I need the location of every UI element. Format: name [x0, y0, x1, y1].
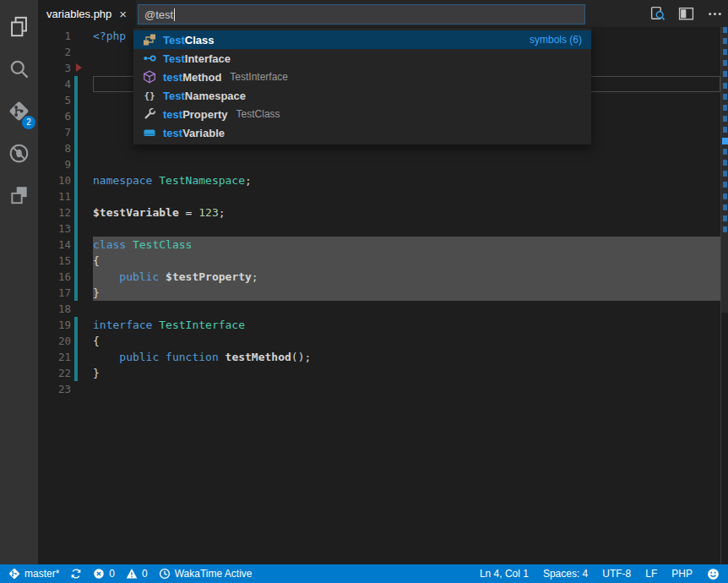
status-item-label: 0	[142, 568, 148, 580]
line-number[interactable]: 13	[38, 221, 71, 237]
code-line-content[interactable]	[93, 381, 720, 397]
scm-count-badge: 2	[22, 116, 35, 129]
git-added-gutter-bar	[74, 204, 78, 221]
symbol-result-TestNamespace[interactable]: {} TestNamespace	[133, 86, 591, 105]
code-line-content[interactable]	[93, 301, 720, 317]
results-count-badge: symbols (6)	[530, 34, 582, 46]
status-item-sync[interactable]	[70, 568, 82, 580]
line-number[interactable]: 18	[38, 301, 71, 317]
line-number[interactable]: 23	[38, 381, 71, 397]
status-item-git-branch[interactable]: master*	[8, 568, 59, 580]
scrollbar-slider[interactable]	[721, 27, 728, 313]
line-number[interactable]: 6	[38, 108, 71, 124]
more-actions-icon[interactable]	[707, 6, 723, 22]
line-number[interactable]: 4	[38, 76, 71, 92]
overview-ruler-scrollbar[interactable]	[720, 27, 728, 564]
overview-ruler-mark	[723, 182, 727, 188]
tab-variables-php[interactable]: variables.php ×	[38, 0, 136, 27]
code-line-content[interactable]: interface TestInterface	[93, 317, 720, 333]
code-line-content[interactable]	[93, 156, 720, 172]
error-icon	[93, 568, 105, 580]
status-item-wakatime[interactable]: WakaTime Active	[159, 568, 253, 580]
status-item-feedback[interactable]	[707, 568, 720, 580]
code-line-content[interactable]: {	[93, 253, 720, 269]
line-number[interactable]: 20	[38, 333, 71, 349]
close-icon[interactable]: ×	[119, 8, 127, 20]
code-line-9: 9	[38, 156, 720, 172]
split-editor-icon[interactable]	[678, 6, 694, 22]
line-number[interactable]: 1	[38, 28, 71, 44]
method-icon	[143, 70, 156, 84]
git-added-gutter-bar	[74, 365, 78, 381]
line-number[interactable]: 11	[38, 188, 71, 204]
git-added-gutter-bar	[74, 237, 78, 253]
line-number[interactable]: 21	[38, 349, 71, 365]
line-number[interactable]: 3	[38, 60, 71, 76]
quick-open-symbol-list: TestClasssymbols (6) TestInterface testM…	[133, 28, 591, 144]
git-added-gutter-bar	[74, 108, 78, 124]
status-item-cursor-position[interactable]: Ln 4, Col 1	[480, 568, 529, 580]
symbol-name: testVariable	[163, 127, 225, 139]
line-number[interactable]: 7	[38, 124, 71, 140]
overview-ruler-mark	[723, 149, 727, 155]
status-bar-left: master* 0 0 WakaTime Active	[8, 568, 253, 580]
code-line-13: 13	[38, 221, 720, 237]
activity-item-explorer[interactable]	[0, 5, 38, 47]
activity-item-extensions[interactable]	[0, 174, 38, 216]
line-number[interactable]: 15	[38, 253, 71, 269]
code-line-content[interactable]: public $testProperty;	[93, 269, 720, 285]
line-number[interactable]: 22	[38, 365, 71, 381]
git-added-gutter-bar	[74, 92, 78, 108]
status-item-label: PHP	[671, 568, 693, 580]
status-item-label: Ln 4, Col 1	[480, 568, 529, 580]
status-item-language-mode[interactable]: PHP	[671, 568, 693, 580]
symbol-result-testProperty[interactable]: testPropertyTestClass	[133, 105, 591, 123]
symbol-result-TestClass[interactable]: TestClasssymbols (6)	[133, 30, 591, 49]
code-line-content[interactable]: public function testMethod();	[93, 349, 720, 365]
code-line-content[interactable]: class TestClass	[93, 237, 720, 253]
vscode-window: 2 variables.php × 1 <?php 2 3 4 5 6 7 8	[0, 0, 728, 583]
line-number[interactable]: 5	[38, 92, 71, 108]
code-line-content[interactable]: {	[93, 333, 720, 349]
git-added-gutter-bar	[74, 333, 78, 349]
line-number[interactable]: 9	[38, 156, 71, 172]
line-number[interactable]: 16	[38, 269, 71, 285]
sync-icon	[70, 568, 82, 580]
activity-item-debug[interactable]	[0, 132, 38, 174]
activity-item-search[interactable]	[0, 47, 38, 90]
symbol-result-TestInterface[interactable]: TestInterface	[133, 49, 591, 68]
status-item-indentation[interactable]: Spaces: 4	[543, 568, 588, 580]
quick-open-input[interactable]: @test	[138, 4, 585, 25]
status-item-encoding[interactable]: UTF-8	[602, 568, 631, 580]
code-line-content[interactable]: }	[93, 365, 720, 381]
line-number[interactable]: 10	[38, 172, 71, 188]
overview-ruler-mark	[723, 49, 727, 55]
overview-ruler-mark	[723, 226, 727, 232]
status-item-label: master*	[24, 568, 59, 580]
overview-ruler-mark	[723, 127, 727, 133]
activity-item-source-control[interactable]: 2	[0, 90, 38, 132]
symbol-result-testVariable[interactable]: testVariable	[133, 123, 591, 142]
code-line-content[interactable]: $testVariable = 123;	[93, 204, 720, 221]
line-number[interactable]: 17	[38, 285, 71, 301]
line-number[interactable]: 8	[38, 140, 71, 156]
line-number[interactable]: 19	[38, 317, 71, 333]
code-line-content[interactable]: namespace TestNamespace;	[93, 172, 720, 188]
code-line-content[interactable]	[93, 221, 720, 237]
overview-ruler-mark	[723, 94, 727, 100]
line-number[interactable]: 12	[38, 204, 71, 221]
status-item-warnings[interactable]: 0	[126, 568, 148, 580]
code-line-11: 11	[38, 188, 720, 204]
line-number[interactable]: 2	[38, 44, 71, 60]
editor-group: variables.php × 1 <?php 2 3 4 5 6 7 8 9 …	[38, 0, 728, 564]
code-line-content[interactable]: }	[93, 285, 720, 301]
line-number[interactable]: 14	[38, 237, 71, 253]
code-line-19: 19 interface TestInterface	[38, 317, 720, 333]
search-document-icon[interactable]	[649, 6, 666, 22]
symbol-result-testMethod[interactable]: testMethodTestInterface	[133, 68, 591, 86]
status-item-errors[interactable]: 0	[93, 568, 115, 580]
status-item-eol[interactable]: LF	[645, 568, 657, 580]
code-line-20: 20 {	[38, 333, 720, 349]
symbol-name: TestNamespace	[163, 90, 246, 102]
code-line-content[interactable]	[93, 188, 720, 204]
